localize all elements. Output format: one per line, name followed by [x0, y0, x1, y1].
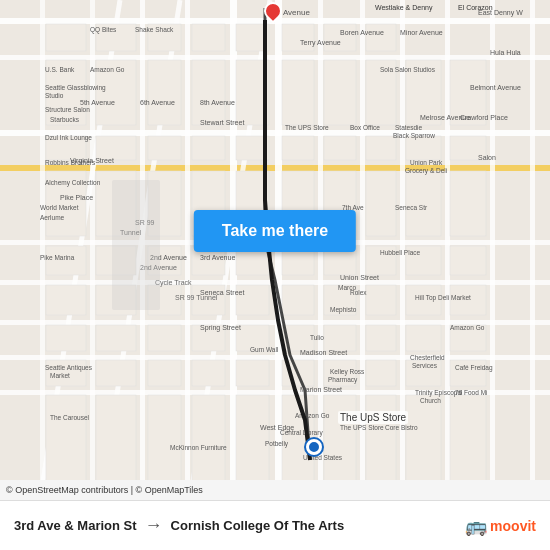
svg-text:Stewart Street: Stewart Street [200, 119, 244, 126]
svg-text:Terry Avenue: Terry Avenue [300, 39, 341, 47]
svg-text:Seneca Str: Seneca Str [395, 204, 428, 211]
svg-text:McKinnon Furniture: McKinnon Furniture [170, 444, 227, 451]
map-container[interactable]: 9th Avenue Terry Avenue 8th Avenue 6th A… [0, 0, 550, 500]
svg-text:Madison Street: Madison Street [300, 349, 347, 356]
svg-rect-52 [366, 136, 396, 160]
moovit-logo: 🚌 moovit [465, 515, 536, 537]
svg-text:Church: Church [420, 397, 441, 404]
svg-text:U.S. Bank: U.S. Bank [45, 66, 75, 73]
svg-rect-47 [148, 136, 181, 160]
svg-text:Sola Salon Studios: Sola Salon Studios [380, 66, 436, 73]
svg-text:5th Avenue: 5th Avenue [80, 99, 115, 106]
svg-rect-37 [148, 60, 181, 125]
svg-text:Chesterfield: Chesterfield [410, 354, 445, 361]
svg-text:Alchemy Collection: Alchemy Collection [45, 179, 101, 187]
svg-text:Amazon Go: Amazon Go [450, 324, 485, 331]
svg-rect-74 [450, 246, 486, 275]
svg-rect-12 [40, 0, 45, 500]
svg-rect-53 [406, 136, 441, 160]
svg-text:Belmont Avenue: Belmont Avenue [470, 84, 521, 91]
svg-rect-195 [112, 180, 160, 310]
svg-text:Grocery & Deli: Grocery & Deli [405, 167, 447, 175]
svg-text:World Market: World Market [40, 204, 79, 211]
map-attribution: © OpenStreetMap contributors | © OpenMap… [0, 480, 550, 500]
svg-text:Core Bistro: Core Bistro [385, 424, 418, 431]
svg-rect-102 [366, 360, 396, 386]
svg-text:Shake Shack: Shake Shack [135, 26, 174, 33]
svg-text:Black Sparrow: Black Sparrow [393, 132, 435, 140]
svg-text:Westlake & Denny: Westlake & Denny [375, 4, 433, 12]
ups-store-label: The UpS Store [338, 411, 408, 424]
svg-text:6th Avenue: 6th Avenue [140, 99, 175, 106]
svg-rect-87 [148, 325, 181, 351]
svg-text:Box Office: Box Office [350, 124, 380, 131]
svg-rect-50 [282, 136, 314, 160]
svg-rect-48 [192, 136, 225, 160]
current-location-dot [306, 439, 322, 455]
svg-text:Amazon Go: Amazon Go [295, 412, 330, 419]
svg-text:Mephisto: Mephisto [330, 306, 357, 314]
svg-text:Salon: Salon [478, 154, 496, 161]
route-from-label: 3rd Ave & Marion St [14, 518, 137, 533]
svg-text:Spring Street: Spring Street [200, 324, 241, 332]
svg-text:Structure Salon: Structure Salon [45, 106, 90, 113]
svg-text:Crawford Place: Crawford Place [460, 114, 508, 121]
svg-rect-30 [192, 24, 225, 51]
svg-rect-99 [236, 360, 269, 386]
svg-text:Pharmacy: Pharmacy [328, 376, 358, 384]
bus-icon: 🚌 [465, 515, 487, 537]
svg-text:Dzul Ink Lounge: Dzul Ink Lounge [45, 134, 92, 142]
svg-text:Hula Hula: Hula Hula [490, 49, 521, 56]
svg-rect-80 [282, 285, 314, 315]
svg-text:Starbucks: Starbucks [50, 116, 80, 123]
svg-text:Studio: Studio [45, 92, 64, 99]
svg-text:Hill Top Deli Market: Hill Top Deli Market [415, 294, 471, 302]
svg-text:Amazon Go: Amazon Go [90, 66, 125, 73]
svg-rect-15 [185, 0, 190, 500]
svg-text:Cycle Track: Cycle Track [155, 279, 192, 287]
svg-text:Pike Place: Pike Place [60, 194, 93, 201]
svg-text:Union Street: Union Street [340, 274, 379, 281]
svg-text:Market: Market [50, 372, 70, 379]
svg-rect-41 [324, 60, 356, 125]
svg-rect-98 [192, 360, 225, 386]
svg-text:3rd Avenue: 3rd Avenue [200, 254, 235, 261]
svg-rect-92 [366, 325, 396, 351]
moovit-brand-text: moovit [490, 518, 536, 534]
svg-text:8th Avenue: 8th Avenue [200, 99, 235, 106]
svg-rect-23 [530, 0, 535, 500]
svg-rect-85 [46, 325, 86, 351]
svg-text:Café Freidag: Café Freidag [455, 364, 493, 372]
bottom-navigation-bar: 3rd Ave & Marion St → Cornish College Of… [0, 500, 550, 550]
svg-text:The UPS Store: The UPS Store [340, 424, 384, 431]
svg-text:United States: United States [303, 454, 343, 461]
svg-text:Services: Services [412, 362, 438, 369]
route-to-label: Cornish College Of The Arts [171, 518, 466, 533]
destination-pin [264, 2, 282, 20]
svg-rect-21 [445, 0, 450, 500]
svg-text:SR 99 Tunnel: SR 99 Tunnel [175, 294, 218, 301]
svg-text:Kelley Ross: Kelley Ross [330, 368, 365, 376]
svg-rect-96 [96, 360, 136, 386]
svg-text:The Carousel: The Carousel [50, 414, 90, 421]
svg-rect-22 [490, 0, 495, 500]
svg-text:Aerlume: Aerlume [40, 214, 65, 221]
svg-text:Minor Avenue: Minor Avenue [400, 29, 443, 36]
svg-text:Rolex: Rolex [350, 289, 367, 296]
svg-rect-62 [366, 171, 396, 236]
svg-text:QQ Bites: QQ Bites [90, 26, 117, 34]
svg-text:Hubbell Place: Hubbell Place [380, 249, 420, 256]
svg-text:Gum Wall: Gum Wall [250, 346, 279, 353]
svg-text:El Corazon: El Corazon [458, 4, 493, 11]
svg-text:Robbins Brothers: Robbins Brothers [45, 159, 96, 166]
svg-rect-38 [192, 60, 225, 125]
svg-text:Union Park: Union Park [410, 159, 443, 166]
take-me-there-button[interactable]: Take me there [194, 210, 356, 252]
svg-rect-91 [324, 325, 356, 351]
svg-rect-51 [324, 136, 356, 160]
svg-rect-75 [46, 285, 86, 315]
svg-text:Seattle Antiques: Seattle Antiques [45, 364, 93, 372]
svg-text:Potbelly: Potbelly [265, 440, 289, 448]
svg-text:The UPS Store: The UPS Store [285, 124, 329, 131]
svg-rect-27 [46, 24, 86, 51]
